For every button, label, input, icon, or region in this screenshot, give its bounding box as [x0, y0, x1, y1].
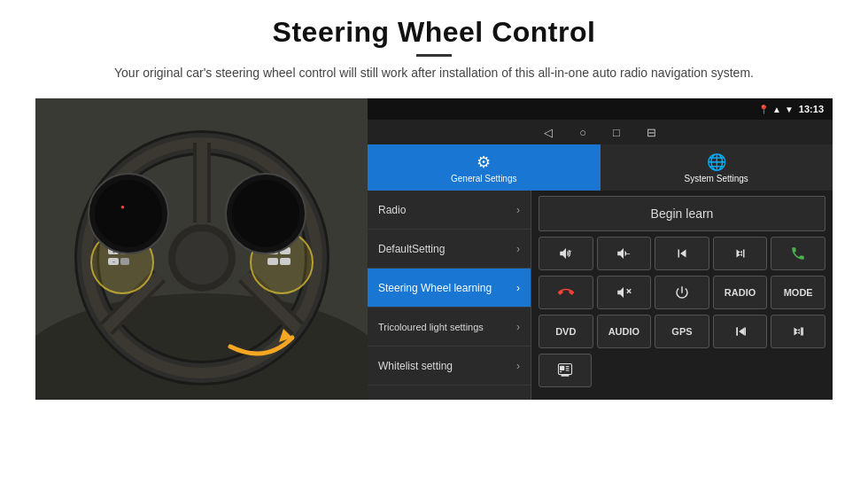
audio-button[interactable]: AUDIO: [597, 315, 652, 348]
svg-point-12: [175, 231, 229, 284]
location-icon: 📍: [758, 105, 769, 114]
menu-item-radio[interactable]: Radio ›: [368, 191, 531, 230]
power-button[interactable]: [655, 276, 709, 309]
control-row-1: + −: [539, 237, 825, 270]
svg-rect-18: [120, 258, 129, 265]
page-title: Steering Wheel Control: [114, 16, 754, 49]
cast-icon[interactable]: ⊟: [647, 126, 656, 139]
svg-point-29: [232, 180, 299, 247]
control-row-4: [539, 354, 825, 387]
vol-up-button[interactable]: +: [539, 237, 593, 270]
mode-button[interactable]: MODE: [771, 276, 825, 309]
chevron-icon: ›: [516, 360, 520, 372]
svg-rect-37: [560, 366, 564, 370]
subtitle: Your original car's steering wheel contr…: [114, 64, 754, 82]
menu-panel: Radio › DefaultSetting › Steering Wheel …: [368, 191, 531, 400]
chevron-icon: ›: [516, 243, 520, 255]
svg-text:+: +: [569, 248, 572, 253]
android-ui: 📍 ▲ ▼ 13:13 ◁ ○ □ ⊟ ⚙ General Settings: [368, 98, 833, 400]
control-panel: Begin learn +: [531, 191, 833, 400]
svg-point-26: [95, 180, 162, 247]
next-track-button[interactable]: [713, 237, 768, 270]
title-divider: [416, 54, 452, 57]
prev-track-button[interactable]: [655, 237, 709, 270]
svg-text:−: −: [112, 260, 116, 265]
tab-general[interactable]: ⚙ General Settings: [368, 144, 601, 191]
status-bar: 📍 ▲ ▼ 13:13: [368, 98, 833, 120]
home-icon[interactable]: ○: [579, 126, 586, 139]
back-icon[interactable]: ◁: [544, 126, 553, 139]
gps-button[interactable]: GPS: [655, 315, 709, 348]
nav-bar: ◁ ○ □ ⊟: [368, 120, 833, 144]
begin-learn-row: Begin learn: [539, 196, 825, 231]
begin-learn-button[interactable]: Begin learn: [539, 196, 825, 231]
system-settings-icon: 🌐: [707, 152, 726, 172]
mute-button[interactable]: [597, 276, 652, 309]
nav-icon-button[interactable]: [539, 354, 592, 387]
svg-rect-24: [280, 258, 291, 265]
chevron-icon: ›: [516, 282, 520, 294]
menu-item-steering-wheel[interactable]: Steering Wheel learning ›: [368, 269, 531, 308]
prev-folder-button[interactable]: [713, 315, 768, 348]
general-settings-icon: ⚙: [477, 152, 491, 172]
main-content: Radio › DefaultSetting › Steering Wheel …: [368, 191, 833, 400]
phone-button[interactable]: [771, 237, 825, 270]
next-folder-button[interactable]: [771, 315, 825, 348]
signal-icon: ▼: [785, 105, 794, 114]
steering-wheel-image: + − ●: [35, 98, 368, 400]
svg-rect-23: [267, 258, 278, 265]
menu-item-whitelist[interactable]: Whitelist setting ›: [368, 347, 531, 386]
control-row-3: DVD AUDIO GPS: [539, 315, 825, 348]
menu-item-default-setting[interactable]: DefaultSetting ›: [368, 230, 531, 269]
tab-bar: ⚙ General Settings 🌐 System Settings: [368, 144, 833, 191]
status-time: 13:13: [799, 104, 824, 114]
dvd-button[interactable]: DVD: [539, 315, 593, 348]
recent-icon[interactable]: □: [613, 126, 620, 139]
radio-button[interactable]: RADIO: [713, 276, 768, 309]
tab-system-label: System Settings: [685, 174, 748, 183]
svg-rect-36: [562, 375, 570, 377]
svg-text:−: −: [626, 250, 631, 258]
hang-up-button[interactable]: [539, 276, 593, 309]
menu-item-tricoloured[interactable]: Tricoloured light settings ›: [368, 308, 531, 347]
chevron-icon: ›: [516, 321, 520, 333]
chevron-icon: ›: [516, 204, 520, 216]
tab-system[interactable]: 🌐 System Settings: [601, 144, 833, 191]
vol-down-button[interactable]: −: [597, 237, 652, 270]
svg-text:●: ●: [120, 203, 125, 211]
control-row-2: RADIO MODE: [539, 276, 825, 309]
tab-general-label: General Settings: [451, 174, 517, 183]
wifi-icon: ▲: [772, 105, 781, 114]
